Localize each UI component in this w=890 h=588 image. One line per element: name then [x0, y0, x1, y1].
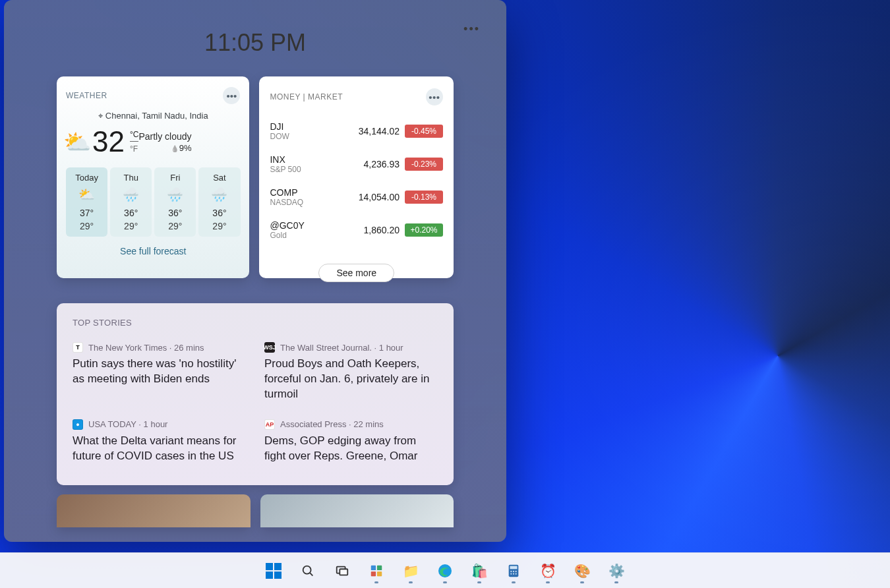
forecast-low: 29°	[113, 221, 149, 231]
top-stories-title: TOP STORIES	[73, 318, 438, 328]
weather-more-button[interactable]: •••	[223, 87, 240, 104]
unit-fahrenheit[interactable]: °F	[130, 144, 138, 154]
story-source-icon: WSJ	[264, 342, 275, 353]
forecast-low: 29°	[69, 221, 105, 231]
ticker-name: DOW	[270, 132, 289, 141]
svg-rect-3	[340, 569, 347, 575]
svg-rect-4	[371, 565, 376, 570]
forecast-icon: 🌧️	[201, 187, 237, 202]
running-indicator	[374, 581, 378, 583]
panel-clock: 11:05 PM	[16, 29, 494, 57]
task-view-button[interactable]	[328, 557, 356, 585]
story-item[interactable]: ● USA TODAY · 1 hour What the Delta vari…	[73, 419, 246, 464]
svg-point-16	[516, 573, 517, 574]
story-headline: What the Delta variant means for future …	[73, 434, 246, 464]
ticker-price: 14,054.00	[359, 192, 400, 202]
weather-temperature: 32	[92, 125, 125, 158]
paint[interactable]: 🎨	[568, 557, 596, 585]
forecast-icon: ⛅	[69, 187, 105, 202]
search-button[interactable]	[294, 557, 322, 585]
running-indicator	[477, 581, 481, 583]
unit-celsius[interactable]: °C	[130, 130, 138, 142]
widgets-button[interactable]	[363, 557, 390, 585]
forecast-low: 29°	[157, 221, 193, 231]
running-indicator	[580, 581, 584, 583]
calculator[interactable]	[500, 557, 527, 585]
weather-precip: 9%	[138, 143, 191, 153]
svg-point-12	[513, 570, 514, 572]
weather-title: WEATHER	[66, 91, 107, 100]
market-more-button[interactable]: •••	[426, 88, 443, 105]
forecast-day-label: Fri	[157, 173, 193, 183]
story-headline: Proud Boys and Oath Keepers, forceful on…	[264, 357, 438, 402]
svg-rect-10	[510, 566, 518, 569]
see-full-forecast-link[interactable]: See full forecast	[66, 246, 240, 256]
ticker-name: NASDAQ	[270, 198, 303, 207]
market-widget[interactable]: MONEY | MARKET ••• DJI DOW 34,144.02 -0.…	[259, 76, 454, 278]
story-headline: Putin says there was 'no hostility' as m…	[73, 357, 246, 387]
forecast-day[interactable]: Fri 🌧️ 36° 29°	[154, 167, 196, 237]
clock[interactable]: ⏰	[534, 557, 562, 585]
weather-now-icon: ⛅	[63, 129, 91, 155]
clock-icon: ⏰	[540, 563, 556, 579]
ticker-change-badge: -0.23%	[405, 158, 443, 171]
file-explorer-icon: 📁	[403, 563, 419, 579]
market-see-more-button[interactable]: See more	[318, 264, 394, 282]
market-title: MONEY | MARKET	[270, 92, 343, 102]
svg-point-15	[513, 573, 514, 574]
forecast-day[interactable]: Thu 🌧️ 36° 29°	[110, 167, 152, 237]
story-item[interactable]: AP Associated Press · 22 mins Dems, GOP …	[264, 419, 438, 464]
forecast-icon: 🌧️	[157, 187, 193, 202]
story-headline: Dems, GOP edging away from fight over Re…	[264, 434, 438, 464]
forecast-high: 36°	[157, 208, 193, 218]
ticker-row[interactable]: INX S&P 500 4,236.93 -0.23%	[270, 148, 443, 181]
weather-location: Chennai, Tamil Nadu, India	[66, 111, 240, 121]
story-item[interactable]: WSJ The Wall Street Journal. · 1 hour Pr…	[264, 342, 438, 402]
svg-point-14	[510, 573, 512, 574]
news-card-image-2[interactable]	[260, 494, 454, 527]
running-indicator	[409, 581, 413, 583]
edge-browser[interactable]	[431, 557, 459, 585]
news-card-image-1[interactable]	[57, 494, 251, 527]
store-icon: 🛍️	[471, 563, 488, 579]
ticker-change-badge: +0.20%	[405, 223, 443, 237]
story-source: The New York Times · 26 mins	[88, 343, 204, 353]
weather-condition: Partly cloudy	[138, 131, 191, 142]
running-indicator	[546, 581, 550, 583]
story-source-icon: ●	[73, 419, 83, 430]
weather-widget[interactable]: WEATHER ••• Chennai, Tamil Nadu, India ⛅…	[57, 76, 249, 278]
forecast-day[interactable]: Today ⛅ 37° 29°	[66, 167, 107, 237]
forecast-day[interactable]: Sat 🌧️ 36° 29°	[198, 167, 240, 237]
svg-point-11	[510, 570, 512, 572]
ticker-symbol: INX	[270, 154, 301, 165]
forecast-low: 29°	[201, 221, 237, 231]
windows-logo-icon	[266, 563, 282, 579]
start-button[interactable]	[260, 557, 287, 585]
top-stories-widget[interactable]: TOP STORIES T The New York Times · 26 mi…	[57, 303, 454, 485]
edge-icon	[437, 563, 453, 579]
store[interactable]: 🛍️	[465, 557, 493, 585]
story-item[interactable]: T The New York Times · 26 mins Putin say…	[73, 342, 246, 402]
story-source-icon: T	[73, 342, 83, 353]
forecast-day-label: Sat	[201, 173, 237, 183]
weather-unit-toggle[interactable]: °C °F	[130, 130, 138, 154]
forecast-high: 36°	[113, 208, 149, 218]
ticker-row[interactable]: DJI DOW 34,144.02 -0.45%	[270, 115, 443, 148]
panel-overflow-button[interactable]: •••	[463, 22, 480, 36]
settings[interactable]: ⚙️	[603, 557, 630, 585]
taskbar: 📁🛍️⏰🎨⚙️	[0, 552, 890, 588]
ticker-change-badge: -0.13%	[405, 191, 443, 204]
forecast-day-label: Thu	[113, 173, 149, 183]
ticker-row[interactable]: @GC0Y Gold 1,860.20 +0.20%	[270, 214, 443, 247]
forecast-icon: 🌧️	[113, 187, 149, 202]
ticker-price: 4,236.93	[364, 159, 400, 169]
svg-point-13	[516, 570, 517, 572]
calculator-icon	[506, 564, 521, 578]
ticker-row[interactable]: COMP NASDAQ 14,054.00 -0.13%	[270, 181, 443, 214]
file-explorer[interactable]: 📁	[397, 557, 425, 585]
search-icon	[301, 564, 315, 578]
forecast-high: 36°	[201, 208, 237, 218]
svg-rect-6	[371, 571, 376, 575]
story-source: The Wall Street Journal. · 1 hour	[280, 343, 403, 353]
ticker-symbol: COMP	[270, 187, 303, 198]
